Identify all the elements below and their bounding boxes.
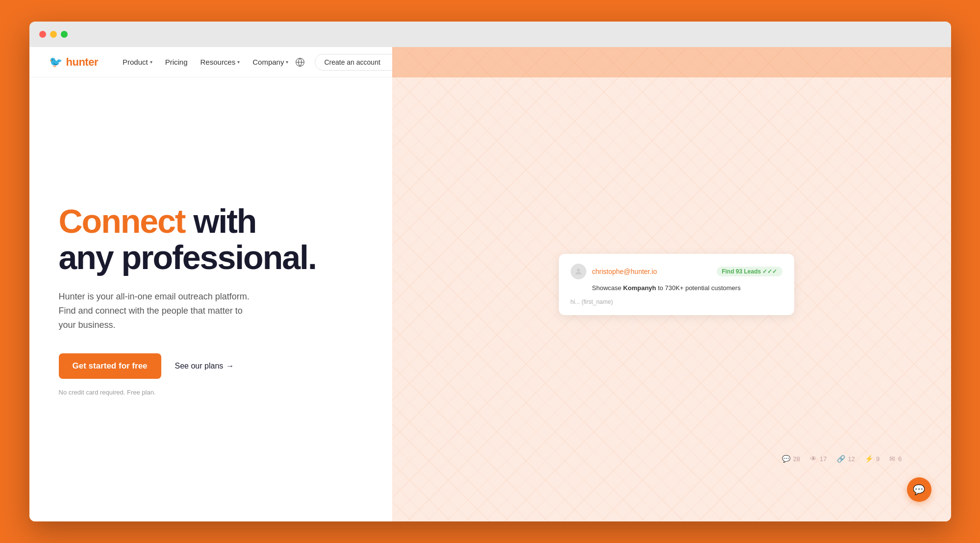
- maximize-button[interactable]: [61, 31, 68, 38]
- hero-subtitle: Hunter is your all-in-one email outreach…: [59, 290, 294, 332]
- description-suffix: to 730K+ potential customers: [658, 284, 741, 292]
- close-button[interactable]: [39, 31, 46, 38]
- right-panel-content: christophe@hunter.io Find 93 Leads ✓✓✓ S…: [422, 76, 931, 502]
- no-credit-card-text: No credit card required. Free plan.: [59, 389, 363, 396]
- logo[interactable]: 🐦 hunter: [49, 56, 98, 69]
- eye-icon: 👁: [810, 455, 817, 463]
- nav-pricing[interactable]: Pricing: [160, 55, 193, 69]
- logo-text: hunter: [66, 56, 98, 69]
- nav-resources[interactable]: Resources ▾: [196, 55, 245, 69]
- right-panel: christophe@hunter.io Find 93 Leads ✓✓✓ S…: [392, 47, 951, 521]
- hero-buttons: Get started for free See our plans →: [59, 353, 363, 379]
- stat-messages-value: 28: [793, 455, 800, 463]
- app-card-description: Showcase Kompanyh to 730K+ potential cus…: [571, 284, 782, 292]
- stats-row: 💬 28 👁 17 🔗 12 ⚡ 9: [782, 455, 902, 463]
- stat-activity-value: 9: [876, 455, 879, 463]
- stat-links: 🔗 12: [837, 455, 855, 463]
- hero-section: Connect withany professional. Hunter is …: [29, 77, 392, 521]
- nav-product[interactable]: Product ▾: [118, 55, 157, 69]
- arrow-icon: →: [226, 362, 234, 370]
- messages-icon: 💬: [782, 455, 790, 463]
- activity-icon: ⚡: [865, 455, 873, 463]
- preview-badge: Find 93 Leads ✓✓✓: [717, 267, 782, 276]
- app-preview-card: christophe@hunter.io Find 93 Leads ✓✓✓ S…: [559, 254, 794, 315]
- create-account-button[interactable]: Create an account: [315, 54, 389, 70]
- navigation: 🐦 hunter Product ▾ Pricing Resources ▾: [29, 47, 392, 77]
- logo-icon: 🐦: [49, 56, 62, 69]
- description-prefix: Showcase: [592, 284, 624, 292]
- nav-company[interactable]: Company ▾: [248, 55, 293, 69]
- nav-links: Product ▾ Pricing Resources ▾ Company ▾: [118, 55, 293, 69]
- see-plans-link[interactable]: See our plans →: [175, 362, 234, 370]
- stat-links-value: 12: [848, 455, 855, 463]
- stat-views: 👁 17: [810, 455, 827, 463]
- chevron-down-icon: ▾: [150, 59, 152, 65]
- stat-activity: ⚡ 9: [865, 455, 879, 463]
- chevron-down-icon: ▾: [237, 59, 240, 65]
- browser-window: 🐦 hunter Product ▾ Pricing Resources ▾: [29, 22, 951, 521]
- globe-icon[interactable]: [293, 55, 307, 69]
- avatar: [571, 264, 586, 279]
- app-card-row: christophe@hunter.io Find 93 Leads ✓✓✓: [571, 264, 782, 279]
- chevron-down-icon: ▾: [286, 59, 288, 65]
- stat-messages: 💬 28: [782, 455, 800, 463]
- main-panel: 🐦 hunter Product ▾ Pricing Resources ▾: [29, 47, 392, 521]
- preview-email: christophe@hunter.io: [592, 268, 657, 275]
- top-strip: [392, 47, 951, 77]
- get-started-button[interactable]: Get started for free: [59, 353, 161, 379]
- chat-widget[interactable]: 💬: [907, 477, 931, 502]
- nav-resources-label: Resources: [201, 58, 236, 66]
- hero-title: Connect withany professional.: [59, 203, 363, 276]
- stat-emails-value: 6: [898, 455, 902, 463]
- link-icon: 🔗: [837, 455, 845, 463]
- nav-pricing-label: Pricing: [165, 58, 188, 66]
- description-company: Kompanyh: [623, 284, 656, 292]
- browser-chrome: [29, 22, 951, 47]
- app-card-hint: hi... (first_name): [571, 298, 782, 305]
- svg-point-1: [577, 269, 580, 272]
- chat-icon: 💬: [913, 484, 925, 495]
- see-plans-label: See our plans: [175, 362, 224, 370]
- hero-title-connect: Connect: [59, 202, 185, 240]
- email-icon: ✉: [889, 455, 895, 463]
- stat-views-value: 17: [820, 455, 827, 463]
- nav-product-label: Product: [123, 58, 148, 66]
- nav-company-label: Company: [252, 58, 284, 66]
- minimize-button[interactable]: [50, 31, 57, 38]
- traffic-lights: [39, 31, 68, 38]
- browser-content: 🐦 hunter Product ▾ Pricing Resources ▾: [29, 47, 951, 521]
- stat-emails: ✉ 6: [889, 455, 902, 463]
